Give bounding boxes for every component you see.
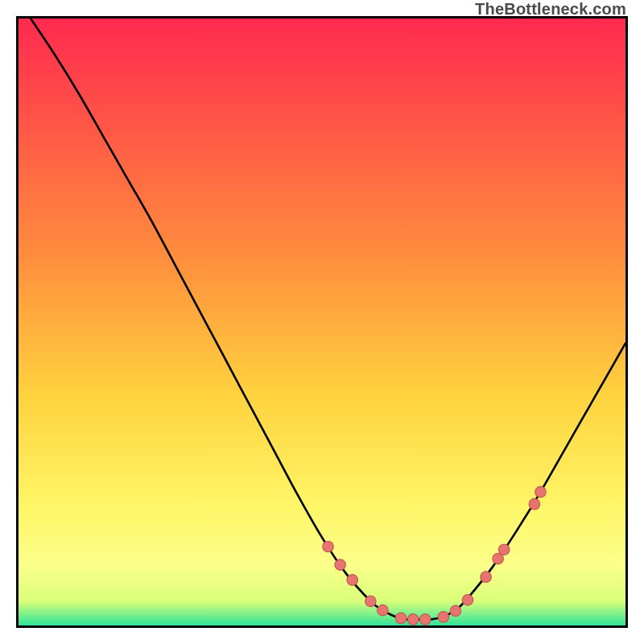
highlight-dot — [481, 572, 492, 583]
highlight-dot — [419, 614, 431, 625]
highlight-dot — [529, 498, 540, 510]
highlight-dot — [347, 575, 358, 586]
highlight-dot — [462, 595, 473, 606]
highlight-dot — [450, 605, 461, 617]
highlight-dot — [323, 541, 334, 552]
highlight-dot — [378, 605, 389, 616]
plot-area — [16, 16, 628, 628]
highlight-dot — [438, 612, 449, 623]
highlight-dot — [498, 544, 510, 555]
highlight-dot — [365, 596, 377, 607]
highlight-dot — [395, 613, 407, 624]
highlight-dot — [407, 614, 419, 625]
bottleneck-curve-line — [31, 19, 625, 620]
curve-layer — [19, 19, 625, 625]
highlight-dots-group — [323, 486, 546, 625]
highlight-dot — [335, 559, 346, 571]
bottleneck-chart: TheBottleneck.com — [0, 0, 644, 644]
highlight-dot — [535, 486, 547, 497]
